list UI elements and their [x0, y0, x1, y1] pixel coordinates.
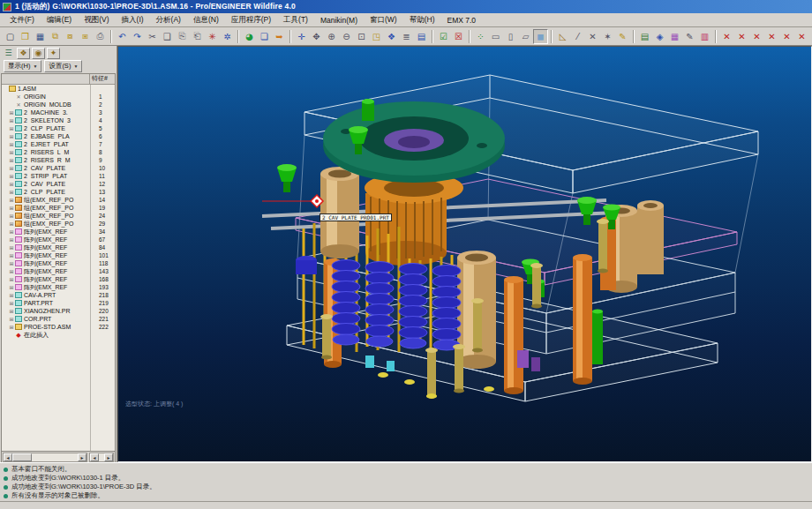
wireframe-display-icon[interactable]: ▭ [488, 29, 503, 44]
datum-display-icon[interactable]: ⁘ [473, 29, 488, 44]
expand-icon[interactable]: ⊞ [8, 157, 15, 163]
expand-icon[interactable]: ⊞ [8, 228, 15, 235]
tree-item-label[interactable]: 2_CLP_PLATE_ [24, 125, 69, 131]
expand-icon[interactable]: ⊞ [8, 236, 15, 243]
render-view-icon[interactable]: ◕ [242, 29, 257, 44]
copy-icon[interactable]: ❑ [160, 29, 175, 44]
expand-icon[interactable]: ⊞ [8, 276, 15, 282]
tree-row[interactable]: ⊞ 2_CLP_PLATE_ 5 [2, 124, 115, 132]
tree-row[interactable]: ⊞ COR.PRT 221 [2, 315, 115, 323]
tree-row[interactable]: ◆ 在此插入 [2, 331, 115, 339]
menu-item[interactable]: 应用程序(P) [225, 14, 277, 26]
tree-item-label[interactable]: PROE-STD.ASM [24, 324, 71, 330]
backup-icon[interactable]: ⧇ [63, 29, 78, 44]
tree-row[interactable]: ⊞ 2_CAV_PLATE_ 10 [2, 164, 115, 172]
tree-row[interactable]: 1.ASM [2, 85, 115, 93]
expand-icon[interactable]: ⊞ [8, 213, 15, 219]
zoom-in-icon[interactable]: ⊕ [324, 29, 339, 44]
tree-row[interactable]: ✕ ORIGIN 1 [2, 93, 115, 101]
model-tree-toggle-icon[interactable]: ☰ [2, 48, 15, 59]
tree-row[interactable]: ⊞ 2_RISERS_R_M 9 [2, 156, 115, 164]
open-file-icon[interactable]: ❐ [18, 29, 33, 44]
column-horizontal-scrollbar[interactable]: ◄ ► [89, 453, 114, 462]
tree-item-label[interactable]: 2_CLP_PLATE_ [24, 189, 69, 195]
hidden-line-display-icon[interactable]: ▯ [503, 29, 518, 44]
pan-view-icon[interactable]: ✥ [309, 29, 324, 44]
tree-item-label[interactable]: 2_CAV_PLATE_ [24, 181, 69, 187]
annotation-edit-icon[interactable]: ✎ [615, 29, 630, 44]
no-hidden-display-icon[interactable]: ▱ [518, 29, 533, 44]
tree-item-label[interactable]: ORIGIN_MOLDB [24, 101, 71, 108]
expand-icon[interactable]: ⊞ [8, 252, 15, 258]
expand-icon[interactable]: ⊞ [8, 205, 15, 211]
expand-icon[interactable]: ⊞ [8, 324, 15, 330]
expand-icon[interactable]: ⊞ [8, 181, 15, 187]
orient-view-icon[interactable]: ◳ [369, 29, 384, 44]
datum-point-toggle-icon[interactable]: ✕ [585, 29, 600, 44]
expand-icon[interactable]: ⊞ [8, 300, 15, 306]
tree-item-label[interactable]: CAV-A.PRT [24, 292, 56, 298]
tree-item-label[interactable]: 2_CAV_PLATE_ [24, 165, 69, 171]
new-file-icon[interactable]: ▢ [3, 29, 18, 44]
scroll-right-icon[interactable]: ► [104, 453, 113, 461]
tree-item-label[interactable]: 在此插入 [24, 331, 49, 340]
tree-row[interactable]: ⊞ 2_EJRET_PLAT 7 [2, 140, 115, 148]
emx-preview-icon[interactable]: ◈ [652, 29, 667, 44]
menu-item[interactable]: 帮助(H) [403, 14, 441, 26]
tree-row[interactable]: ✕ ORIGIN_MOLDB 2 [2, 101, 115, 109]
refit-icon[interactable]: ⊡ [354, 29, 369, 44]
menu-item[interactable]: Manikin(M) [314, 15, 364, 26]
menu-item[interactable]: 文件(F) [4, 14, 41, 26]
scroll-left-icon[interactable]: ◄ [90, 453, 99, 461]
layers-icon[interactable]: ▤ [414, 29, 429, 44]
tree-row[interactable]: ⊞ 2_CAV_PLATE_ 12 [2, 180, 115, 188]
settings-dropdown-button[interactable]: 设置(S) ▼ [44, 60, 82, 72]
menu-item[interactable]: 工具(T) [277, 14, 314, 26]
expand-icon[interactable]: ⊞ [8, 141, 15, 147]
tree-item-label[interactable]: COR.PRT [24, 316, 51, 322]
tree-item-label[interactable]: PART.PRT [24, 300, 53, 306]
expand-icon[interactable]: ⊞ [8, 189, 15, 195]
menu-item[interactable]: 插入(I) [116, 14, 150, 26]
close-window-icon[interactable]: ☒ [451, 29, 466, 44]
menu-item[interactable]: EMX 7.0 [440, 15, 482, 26]
model-window-icon[interactable]: ❏ [257, 29, 272, 44]
tree-item-label[interactable]: XIANGZHEN.PR [24, 308, 71, 314]
tree-item-label[interactable]: 2_RISERS_L_M [24, 149, 69, 155]
expand-icon[interactable]: ⊞ [8, 316, 15, 322]
redo-icon[interactable]: ↷ [130, 29, 145, 44]
emx-ejector-icon[interactable]: ✕ [779, 29, 794, 44]
title-bar[interactable]: 1 (活动的) G:\WORK\1030-1\PROE-3D\1.ASM.16 … [0, 0, 812, 13]
menu-item[interactable]: 视图(V) [78, 14, 115, 26]
menu-item[interactable]: 编辑(E) [41, 14, 78, 26]
expand-icon[interactable]: ⊞ [8, 117, 15, 124]
expand-icon[interactable]: ⊞ [8, 292, 15, 298]
emx-pins-icon[interactable]: ✕ [734, 29, 749, 44]
menu-item[interactable]: 窗口(W) [364, 14, 403, 26]
save-copy-icon[interactable]: ⧉ [48, 29, 63, 44]
cut-icon[interactable]: ✂ [145, 29, 160, 44]
tree-row[interactable]: ⊞ 2_MACHINE_3. 3 [2, 109, 115, 116]
menu-item[interactable]: 信息(N) [187, 14, 225, 26]
tree-item-label[interactable]: 2_RISERS_R_M [24, 157, 71, 163]
expand-icon[interactable]: ⊞ [8, 244, 15, 251]
scroll-left-icon[interactable]: ◄ [4, 453, 12, 461]
auto-regenerate-icon[interactable]: ✲ [220, 29, 235, 44]
spin-center-icon[interactable]: ✛ [294, 29, 309, 44]
csys-toggle-icon[interactable]: ✶ [600, 29, 615, 44]
tree-row[interactable]: ⊞ 2_SKELETON_3 4 [2, 116, 115, 124]
graphics-viewport[interactable]: 2_CAV_PLATE_PRO01.PRT 选型状态: 上调整( 4 ) [117, 46, 812, 462]
activate-window-icon[interactable]: ☑ [436, 29, 451, 44]
expand-icon[interactable]: ⊞ [8, 125, 15, 131]
view-manager-icon[interactable]: ❖ [384, 29, 399, 44]
favorites-tab-icon[interactable]: ◉ [32, 48, 45, 59]
expand-icon[interactable]: ⊞ [8, 284, 15, 290]
expand-icon[interactable]: ⊞ [8, 173, 15, 179]
expand-icon[interactable]: ⊞ [8, 109, 15, 116]
emx-colorbars-icon[interactable]: ▥ [697, 29, 712, 44]
3d-model-canvas[interactable] [118, 47, 810, 462]
emx-cooling-icon[interactable]: ✕ [794, 29, 809, 44]
datum-plane-toggle-icon[interactable]: ◺ [555, 29, 570, 44]
tree-horizontal-scrollbar[interactable]: ◄ ► [3, 453, 87, 462]
tree-item-label[interactable]: 2_EJBASE_PLA [24, 133, 70, 139]
